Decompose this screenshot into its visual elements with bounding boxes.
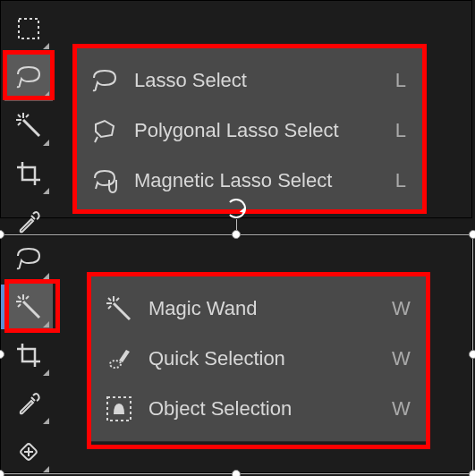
svg-line-16 (114, 303, 130, 319)
bottom-toolbar (4, 234, 58, 476)
flyout-item[interactable]: Quick Selection W (91, 334, 426, 384)
svg-point-22 (110, 361, 121, 368)
heal-tool[interactable] (4, 428, 53, 476)
svg-line-20 (116, 298, 119, 301)
flyout-item-label: Polygonal Lasso Select (134, 119, 374, 142)
marquee-icon (15, 15, 42, 42)
svg-line-11 (26, 296, 29, 299)
wand-icon (104, 294, 134, 323)
flyout-item-label: Object Selection (148, 397, 377, 421)
eyedropper-icon (15, 390, 42, 417)
objectsel-icon (104, 395, 134, 423)
magic-wand-tool[interactable] (4, 101, 53, 149)
flyout-item[interactable]: Magic Wand W (91, 284, 426, 334)
wand-icon (14, 111, 43, 140)
flyout-corner-icon (43, 43, 49, 49)
svg-line-19 (108, 298, 111, 301)
flyout-corner-icon (43, 140, 49, 146)
svg-line-12 (18, 304, 21, 307)
flyout-corner-icon (43, 273, 49, 279)
flyout-corner-icon (43, 188, 49, 194)
flyout-item-label: Quick Selection (148, 347, 377, 370)
flyout-item-label: Lasso Select (134, 69, 374, 92)
rectangle-select-tool[interactable] (4, 4, 53, 53)
heal-icon (15, 438, 42, 465)
rotate-connector (236, 219, 237, 235)
top-toolbar (4, 4, 58, 246)
flyout-item-label: Magnetic Lasso Select (134, 169, 374, 192)
polygonal-icon (89, 117, 120, 144)
lasso-tool[interactable] (4, 234, 53, 283)
flyout-corner-icon (43, 91, 49, 98)
eyedropper-tool[interactable] (4, 379, 53, 428)
flyout-corner-icon (43, 370, 49, 376)
flyout-corner-icon (43, 418, 49, 424)
svg-line-10 (18, 296, 21, 299)
svg-line-7 (23, 302, 39, 318)
crop-tool[interactable] (4, 331, 53, 379)
flyout-item-shortcut: L (388, 119, 406, 142)
flyout-item[interactable]: Lasso Select L (77, 55, 422, 106)
flyout-corner-icon (43, 321, 49, 327)
bottom-panel: Magic Wand W Quick Selection W Object Se… (0, 235, 472, 473)
flyout-item[interactable]: Magnetic Lasso Select L (77, 156, 422, 206)
wand-icon (14, 293, 43, 321)
crop-icon (15, 342, 42, 369)
magnetic-icon (89, 167, 120, 194)
lasso-icon (14, 245, 43, 272)
quicksel-icon (104, 344, 134, 373)
top-panel: Lasso Select L Polygonal Lasso Select L … (0, 0, 472, 218)
lasso-icon (89, 67, 120, 94)
lasso-flyout-menu: Lasso Select L Polygonal Lasso Select L … (76, 47, 423, 214)
flyout-item-shortcut: L (388, 69, 406, 92)
svg-rect-0 (19, 19, 38, 38)
flyout-corner-icon (43, 466, 49, 472)
lasso-icon (14, 64, 43, 90)
flyout-item-shortcut: W (392, 397, 410, 421)
flyout-item-shortcut: W (392, 347, 410, 370)
lasso-tool[interactable] (4, 53, 53, 101)
wand-flyout-menu: Magic Wand W Quick Selection W Object Se… (90, 276, 427, 442)
magic-wand-tool[interactable] (4, 283, 53, 331)
crop-icon (15, 160, 42, 187)
eyedropper-icon (15, 208, 42, 235)
flyout-item[interactable]: Polygonal Lasso Select L (77, 106, 422, 156)
svg-line-21 (108, 306, 111, 309)
flyout-item-shortcut: W (392, 297, 410, 320)
flyout-item-label: Magic Wand (148, 297, 377, 320)
flyout-item-shortcut: L (388, 169, 406, 192)
crop-tool[interactable] (4, 149, 53, 198)
svg-line-4 (18, 115, 21, 117)
flyout-item[interactable]: Object Selection W (91, 384, 426, 434)
svg-line-5 (26, 115, 29, 117)
svg-line-1 (23, 120, 39, 136)
svg-line-6 (18, 123, 21, 125)
